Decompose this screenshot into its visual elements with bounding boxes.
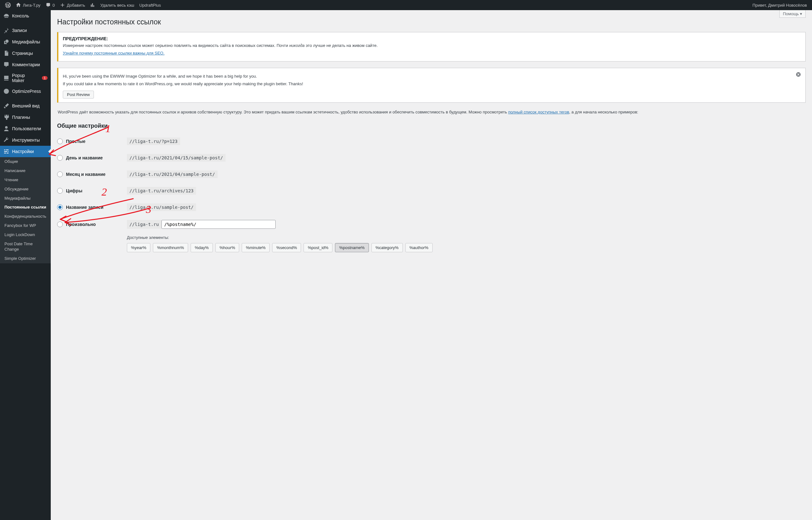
structure-tag-button[interactable]: %author% [405,243,433,252]
structure-tag-button[interactable]: %minute% [242,243,270,252]
radio-plain[interactable]: Простые [57,138,127,144]
radio-day[interactable]: День и название [57,155,127,161]
sidebar-item-popup-maker[interactable]: Popup Maker 1 [0,70,51,85]
structure-tag-button[interactable]: %year% [127,243,150,252]
updraft-link[interactable]: UpdraftPlus [137,0,163,10]
sidebar-item-optimizepress[interactable]: OptimizePress [0,85,51,97]
sidebar-item-appearance[interactable]: Внешний вид [0,100,51,111]
sidebar-sub-simple-optimizer[interactable]: Simple Optimizer [0,254,51,263]
clear-cache-label: Удалить весь кэш [100,3,134,8]
sidebar-label-posts: Записи [12,28,27,33]
radio-plain-input[interactable] [57,138,63,144]
ewww-review-notice: Hi, you've been using the EWWW Image Opt… [57,68,806,103]
sidebar-item-plugins[interactable]: Плагины [0,111,51,123]
seo-warning-heading: ПРЕДУПРЕЖДЕНИЕ: [63,36,801,41]
comments-icon [3,61,9,68]
optimizepress-icon [3,88,9,95]
greeting-label: Привет, Дмитрий Новосёлов [753,3,807,8]
sidebar-label-appearance: Внешний вид [12,103,40,108]
seo-warning-text: Измерение настроек постоянных ссылок мож… [63,43,801,49]
sidebar-item-settings[interactable]: Настройки [0,146,51,157]
sidebar-sub-general[interactable]: Общие [0,157,51,166]
structure-tags-row: %year%%monthnum%%day%%hour%%minute%%seco… [127,243,806,252]
add-new-link[interactable]: Добавить [57,0,88,10]
radio-day-input[interactable] [57,155,63,161]
home-icon [16,3,21,8]
radio-day-label: День и название [66,155,103,160]
sidebar-label-users: Пользователи [12,126,41,131]
ewww-line1: Hi, you've been using the EWWW Image Opt… [63,73,303,80]
permalink-option-plain: Простые //liga-t.ru/?p=123 [57,133,806,150]
sidebar-item-pages[interactable]: Страницы [0,48,51,59]
sidebar-item-dashboard[interactable]: Консоль [0,10,51,22]
sidebar-label-plugins: Плагины [12,115,30,120]
plus-icon [60,3,65,8]
available-tags-link[interactable]: полный список доступных тегов [508,110,569,114]
comments-link[interactable]: 0 [43,0,57,10]
sidebar-sub-writing[interactable]: Написание [0,166,51,176]
radio-postname-label: Название записи [66,205,103,210]
sidebar-sub-fancybox[interactable]: Fancybox for WP [0,221,51,230]
structure-tag-button[interactable]: %day% [191,243,213,252]
structure-tag-button[interactable]: %second% [272,243,301,252]
available-tags-label: Доступные элементы: [127,235,806,240]
radio-custom-input[interactable] [57,222,63,227]
sidebar-item-comments[interactable]: Комментарии [0,59,51,70]
radio-month[interactable]: Месяц и название [57,172,127,177]
radio-custom[interactable]: Произвольно [57,222,127,227]
seo-warning-link[interactable]: Узнайте почему постоянные ссылки важны д… [63,51,165,55]
post-review-button[interactable]: Post Review [63,90,94,99]
radio-numeric[interactable]: Цифры [57,188,127,193]
structure-tag-button[interactable]: %category% [371,243,403,252]
sidebar-label-pages: Страницы [12,51,33,56]
sliders-icon [3,148,9,155]
structure-tag-button[interactable]: %postname% [335,243,369,252]
sidebar-sub-privacy[interactable]: Конфиденциальность [0,212,51,221]
brush-icon [3,103,9,109]
comments-count: 0 [53,3,55,8]
sidebar-label-optimize: OptimizePress [12,89,41,94]
users-icon [3,126,9,132]
radio-postname-input[interactable] [57,204,63,210]
wrench-icon [3,137,9,143]
custom-prefix: //liga-t.ru [127,220,162,229]
radio-numeric-input[interactable] [57,188,63,193]
site-name-link[interactable]: Лига-Т.ру [13,0,43,10]
sample-day: //liga-t.ru/2021/04/15/sample-post/ [127,154,225,162]
svg-point-0 [4,89,9,94]
sidebar-item-posts[interactable]: Записи [0,25,51,36]
page-icon [3,50,9,56]
seo-item[interactable] [88,0,98,10]
sidebar-item-tools[interactable]: Инструменты [0,134,51,146]
structure-tag-button[interactable]: %hour% [215,243,239,252]
wp-logo[interactable] [3,0,13,10]
plugin-icon [3,114,9,121]
permalink-option-numeric: Цифры //liga-t.ru/archives/123 [57,183,806,199]
popup-badge: 1 [42,76,48,80]
custom-structure-input[interactable] [162,220,276,229]
help-tab[interactable]: Помощь [779,10,806,18]
popup-icon [3,75,9,81]
sidebar-sub-reading[interactable]: Чтение [0,176,51,185]
permalink-option-custom: Произвольно //liga-t.ru [57,215,806,233]
sidebar-sub-discussion[interactable]: Обсуждение [0,185,51,194]
clear-cache-link[interactable]: Удалить весь кэш [98,0,137,10]
sidebar-sub-post-date[interactable]: Post Date Time Change [0,239,51,254]
radio-month-input[interactable] [57,172,63,177]
permalink-option-postname: Название записи //liga-t.ru/sample-post/ [57,199,806,215]
content-area: Помощь Настройки постоянных ссылок ПРЕДУ… [51,10,812,271]
sidebar-sub-media[interactable]: Медиафайлы [0,194,51,203]
structure-tag-button[interactable]: %post_id% [303,243,333,252]
greeting-link[interactable]: Привет, Дмитрий Новосёлов [750,0,809,10]
sidebar-label-settings: Настройки [12,149,34,154]
dismiss-notice-button[interactable] [796,72,801,78]
sidebar-sub-login-lockdown[interactable]: Login LockDown [0,230,51,239]
add-new-label: Добавить [67,3,85,8]
comment-icon [46,3,51,8]
sidebar-item-media[interactable]: Медиафайлы [0,36,51,48]
sidebar-item-users[interactable]: Пользователи [0,123,51,134]
structure-tag-button[interactable]: %monthnum% [153,243,188,252]
sidebar-sub-permalinks[interactable]: Постоянные ссылки [0,203,51,212]
sample-plain: //liga-t.ru/?p=123 [127,137,180,145]
radio-postname[interactable]: Название записи [57,204,127,210]
